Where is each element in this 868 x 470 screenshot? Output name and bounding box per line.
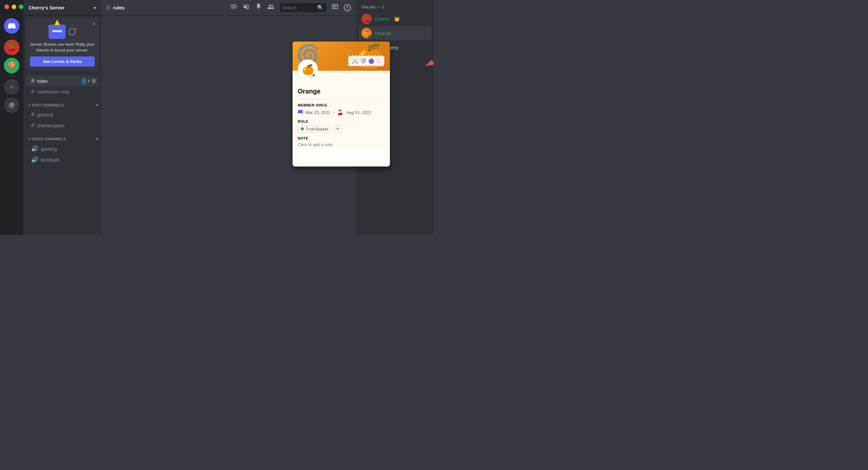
hash-icon: #: [31, 88, 34, 95]
member-name-cherry: Cherry: [375, 16, 390, 22]
explore-servers-button[interactable]: [4, 97, 20, 113]
channel-name: kickback: [41, 157, 60, 163]
channel-name: general: [37, 112, 53, 117]
search-icon: 🔍: [317, 4, 324, 11]
member-item-orange[interactable]: 🍊 Orange: [359, 26, 431, 40]
add-text-channel-button[interactable]: +: [95, 102, 99, 108]
boost-banner: ✕ ▲ ✦ ✦ ⬡ Server Boosts are here! Rally …: [26, 18, 99, 70]
role-label: ROLE: [298, 119, 385, 123]
chevron-down-icon: ▾: [94, 5, 96, 10]
note-section: NOTE Click to add a note: [298, 136, 385, 161]
server-join-icon: 🍒: [337, 109, 343, 116]
member-avatar-orange: 🍊: [361, 28, 372, 38]
profile-username: Orange: [298, 88, 385, 95]
channel-item-shenanigans[interactable]: # shenanigans: [26, 120, 99, 131]
category-chevron-icon-voice: ▾: [29, 137, 30, 141]
profile-divider: [298, 99, 385, 99]
search-box: 🔍: [280, 3, 326, 12]
add-voice-channel-button[interactable]: +: [95, 136, 99, 142]
rail-divider-1: [6, 36, 17, 37]
member-item-cherry[interactable]: 🍒 Cherry 👑: [359, 12, 431, 26]
channel-name: rules: [37, 78, 48, 84]
member-name-orange: Orange: [375, 30, 391, 36]
channel-name: moderator-only: [37, 89, 70, 94]
profile-avatar: 🍊: [298, 59, 318, 80]
note-input[interactable]: [298, 150, 385, 161]
voice-channels-category[interactable]: ▾ VOICE CHANNELS +: [23, 131, 101, 143]
channel-hash-icon: #: [106, 4, 110, 12]
rail-divider-2: [6, 76, 17, 77]
badge-shield-icon[interactable]: 🛡️: [360, 58, 367, 64]
server-name-header[interactable]: Cherry's Server ▾: [23, 0, 101, 16]
discord-icon-small: [298, 109, 303, 116]
channel-header-name: rules: [113, 5, 125, 10]
avatar-area: 🍊 ⚔️ 🛡️ ⬤ ⬡: [292, 71, 390, 84]
inbox-icon[interactable]: [332, 3, 339, 12]
main-header: # rules 🔍 ?: [101, 0, 356, 16]
role-section: ROLE Fruit Basket +: [298, 119, 385, 133]
pin-icon[interactable]: [255, 3, 262, 12]
chat-area: 🍊 🌀 🍊 ⚔️ 🛡️ ⬤ ⬡ Orange: [101, 16, 356, 235]
discord-join-date: Mar 23, 2021: [306, 110, 331, 115]
speaker-icon-2: 🔊: [31, 156, 38, 163]
role-color-dot: [301, 127, 304, 130]
discord-home-button[interactable]: [4, 18, 20, 34]
hash-icon: #: [31, 78, 34, 84]
channel-header: # rules: [106, 4, 125, 12]
text-channels-category[interactable]: ▾ TEXT CHANNELS +: [23, 97, 101, 109]
boost-description: Server Boosts are here! Rally your frien…: [30, 41, 95, 53]
hash-icon: #: [31, 122, 34, 129]
mute-icon[interactable]: [243, 3, 250, 12]
server-icon-1[interactable]: 🍒: [4, 39, 20, 55]
badge-sword-icon[interactable]: ⚔️: [351, 58, 358, 64]
note-label: NOTE: [298, 136, 385, 140]
voice-category-label: VOICE CHANNELS: [32, 137, 66, 141]
role-badge: Fruit Basket: [298, 126, 331, 133]
profile-badges: ⚔️ 🛡️ ⬤ ⬡: [348, 55, 385, 66]
member-avatar-cherry: 🍒: [361, 13, 372, 24]
channel-item-gaming[interactable]: 🔊 gaming: [26, 143, 99, 154]
sparkle-icon-2: ✦: [75, 27, 77, 30]
channel-item-general[interactable]: # general: [26, 109, 99, 120]
help-icon[interactable]: ?: [344, 4, 351, 11]
channel-actions: 👤+ ⚙: [81, 78, 96, 84]
arrow-up-icon: ▲: [53, 17, 62, 27]
crown-icon: 👑: [394, 16, 400, 22]
server-icon-2[interactable]: 🍪: [4, 58, 20, 74]
add-role-button[interactable]: +: [334, 125, 341, 133]
online-dot: [369, 21, 372, 24]
add-member-icon[interactable]: 👤+: [81, 78, 90, 84]
badge-purple-icon[interactable]: ⬡: [376, 58, 381, 64]
close-button[interactable]: [4, 4, 9, 9]
online-dot-orange: [369, 35, 372, 38]
settings-icon[interactable]: ⚙: [91, 78, 96, 84]
boost-illustration: ▲ ✦ ✦ ⬡: [30, 22, 95, 41]
hash-icon: #: [31, 111, 34, 118]
server-rail: 🍒 🍪 +: [0, 0, 23, 235]
channel-item-kickback[interactable]: 🔊 kickback: [26, 154, 99, 165]
add-server-button[interactable]: +: [4, 79, 20, 95]
see-levels-button[interactable]: See Levels & Perks: [30, 57, 95, 66]
traffic-lights: [4, 4, 23, 9]
badge-circle-icon[interactable]: ⬤: [369, 58, 374, 64]
threads-icon[interactable]: [230, 3, 238, 12]
maximize-button[interactable]: [19, 4, 23, 9]
server-title: Cherry's Server: [29, 5, 65, 10]
member-since-dates: Mar 23, 2021 • 🍒 Aug 01, 2022: [298, 109, 385, 116]
role-name: Fruit Basket: [306, 126, 328, 131]
profile-popup: 🍊 🌀 🍊 ⚔️ 🛡️ ⬤ ⬡ Orange: [292, 41, 390, 167]
boost-close-button[interactable]: ✕: [92, 21, 96, 27]
main-content: # rules 🔍 ?: [101, 0, 356, 235]
channel-item-rules[interactable]: # rules 👤+ ⚙: [26, 76, 99, 86]
members-icon[interactable]: [267, 3, 274, 12]
minimize-button[interactable]: [12, 4, 16, 9]
search-input[interactable]: [282, 5, 315, 10]
speaker-icon: 🔊: [31, 145, 38, 152]
channel-item-moderator[interactable]: # moderator-only: [26, 86, 99, 97]
category-label: TEXT CHANNELS: [32, 103, 64, 107]
channel-name: shenanigans: [37, 123, 65, 128]
header-actions: 🔍 ?: [230, 3, 351, 12]
note-click-text[interactable]: Click to add a note: [298, 142, 385, 147]
channel-list: # rules 👤+ ⚙ # moderator-only ▾ TEXT CHA…: [23, 73, 101, 235]
channel-name: gaming: [41, 146, 57, 152]
